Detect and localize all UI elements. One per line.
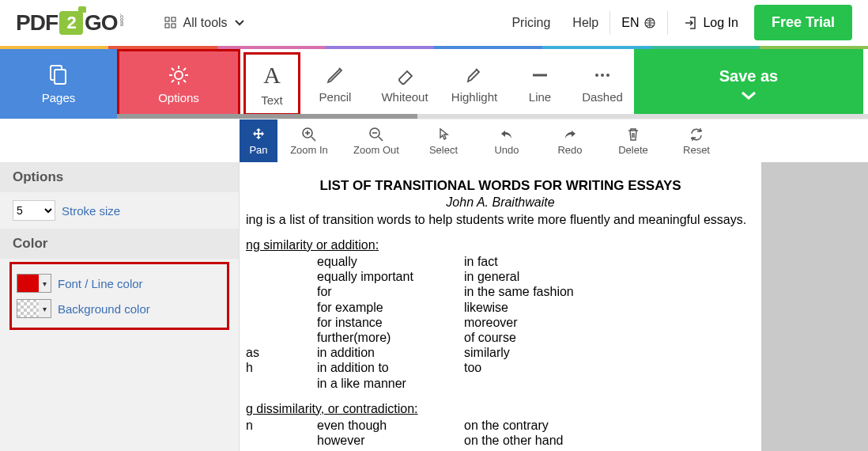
- document-page: LIST OF TRANSITIONAL WORDS FOR WRITING E…: [240, 162, 761, 451]
- reset-label: Reset: [683, 144, 710, 156]
- svg-point-7: [175, 71, 183, 79]
- pencil-tool-button[interactable]: Pencil: [300, 49, 370, 119]
- all-tools-label: All tools: [183, 16, 228, 30]
- help-link[interactable]: Help: [572, 16, 598, 30]
- font-color-picker[interactable]: ▾: [17, 274, 51, 293]
- toolbar-scrollbar[interactable]: [117, 114, 868, 119]
- page-margin: [761, 162, 862, 451]
- line-tool-button[interactable]: Line: [509, 49, 571, 119]
- undo-label: Undo: [494, 144, 519, 156]
- pages-button[interactable]: Pages: [0, 49, 117, 119]
- login-icon: [684, 16, 698, 30]
- logo-com: .com: [119, 13, 125, 26]
- document-area[interactable]: LIST OF TRANSITIONAL WORDS FOR WRITING E…: [240, 162, 868, 451]
- font-color-label: Font / Line color: [58, 277, 143, 290]
- free-trial-button[interactable]: Free Trial: [754, 5, 852, 40]
- whiteout-label: Whiteout: [381, 90, 428, 104]
- chevron-down-icon: [234, 17, 245, 28]
- doc-title: LIST OF TRANSITIONAL WORDS FOR WRITING E…: [246, 178, 755, 194]
- redo-icon: [562, 127, 578, 142]
- sub-toolbar: Pan Zoom In Zoom Out Select Undo Redo De…: [240, 119, 868, 162]
- dashed-label: Dashed: [582, 90, 623, 104]
- trash-icon: [625, 127, 641, 142]
- language-button[interactable]: EN: [609, 11, 668, 35]
- color-section-highlight: ▾ Font / Line color ▾ Background color: [9, 262, 229, 330]
- login-button[interactable]: Log In: [684, 16, 738, 30]
- svg-rect-6: [55, 70, 66, 84]
- zoom-in-label: Zoom In: [290, 144, 328, 156]
- doc-author: John A. Braithwaite: [246, 195, 755, 210]
- undo-icon: [499, 127, 515, 142]
- zoom-in-button[interactable]: Zoom In: [277, 119, 341, 162]
- delete-label: Delete: [618, 144, 648, 156]
- options-button[interactable]: Options: [117, 49, 240, 119]
- options-label: Options: [158, 91, 199, 104]
- doc-intro: ing is a list of transition words to hel…: [246, 213, 755, 227]
- sidebar: Options 5 Stroke size Color ▾ Font / Lin…: [0, 162, 240, 451]
- stroke-size-row: 5 Stroke size: [0, 192, 239, 229]
- doc-section-2: g dissimilarity, or contradiction:: [246, 402, 755, 416]
- highlighter-icon: [464, 65, 485, 85]
- login-label: Log In: [703, 16, 738, 30]
- redo-label: Redo: [557, 144, 582, 156]
- logo[interactable]: PDF 2 GO .com: [16, 10, 125, 36]
- svg-line-15: [183, 68, 186, 70]
- bg-color-label: Background color: [58, 302, 150, 316]
- globe-icon: [643, 17, 656, 29]
- whiteout-tool-button[interactable]: Whiteout: [370, 49, 440, 119]
- dashed-icon: [592, 65, 613, 85]
- chevron-down-icon: [740, 90, 757, 101]
- undo-button[interactable]: Undo: [475, 119, 538, 162]
- pages-label: Pages: [42, 91, 76, 104]
- svg-rect-2: [165, 24, 169, 28]
- highlight-label: Highlight: [451, 90, 497, 104]
- dropdown-arrow-icon: ▾: [39, 275, 51, 292]
- svg-rect-3: [172, 24, 175, 28]
- line-label: Line: [529, 90, 551, 104]
- stroke-size-select[interactable]: 5: [13, 200, 55, 221]
- doc-section-1: ng similarity or addition:: [246, 238, 755, 252]
- eraser-icon: [394, 65, 415, 85]
- pan-label: Pan: [249, 144, 267, 156]
- svg-line-21: [311, 137, 315, 141]
- pencil-label: Pencil: [319, 90, 352, 104]
- svg-point-17: [595, 74, 598, 77]
- body: Options 5 Stroke size Color ▾ Font / Lin…: [0, 162, 868, 451]
- reset-button[interactable]: Reset: [665, 119, 728, 162]
- language-label: EN: [621, 16, 639, 30]
- redo-button[interactable]: Redo: [538, 119, 602, 162]
- logo-pdf: PDF: [16, 10, 58, 36]
- text-label: Text: [261, 93, 283, 107]
- select-icon: [436, 127, 451, 142]
- zoom-out-label: Zoom Out: [353, 144, 399, 156]
- reset-icon: [689, 127, 704, 142]
- line-icon: [530, 65, 550, 85]
- highlight-tool-button[interactable]: Highlight: [440, 49, 509, 119]
- select-label: Select: [429, 144, 458, 156]
- zoom-in-icon: [301, 127, 317, 142]
- font-color-row: ▾ Font / Line color: [15, 271, 224, 296]
- svg-rect-0: [165, 17, 169, 21]
- options-header: Options: [0, 162, 239, 192]
- zoom-out-icon: [368, 127, 384, 142]
- gear-icon: [168, 64, 190, 86]
- doc-cols-2: n even thoughhowever on the contraryon t…: [246, 418, 755, 448]
- font-color-swatch: [17, 275, 39, 292]
- bg-color-picker[interactable]: ▾: [17, 299, 51, 318]
- color-header: Color: [0, 229, 239, 259]
- pan-icon: [251, 127, 266, 142]
- dashed-tool-button[interactable]: Dashed: [571, 49, 634, 119]
- delete-button[interactable]: Delete: [602, 119, 665, 162]
- pricing-link[interactable]: Pricing: [511, 16, 550, 30]
- main-toolbar: Pages Options A Text Pencil Whiteout Hig…: [0, 49, 868, 119]
- select-button[interactable]: Select: [412, 119, 475, 162]
- grid-icon: [164, 17, 177, 29]
- zoom-out-button[interactable]: Zoom Out: [341, 119, 412, 162]
- save-as-button[interactable]: Save as: [634, 49, 863, 119]
- svg-rect-1: [172, 17, 175, 21]
- svg-point-19: [606, 74, 609, 77]
- svg-line-25: [379, 137, 383, 141]
- text-tool-button[interactable]: A Text: [243, 52, 300, 116]
- pan-button[interactable]: Pan: [240, 119, 277, 162]
- all-tools-dropdown[interactable]: All tools: [164, 16, 245, 30]
